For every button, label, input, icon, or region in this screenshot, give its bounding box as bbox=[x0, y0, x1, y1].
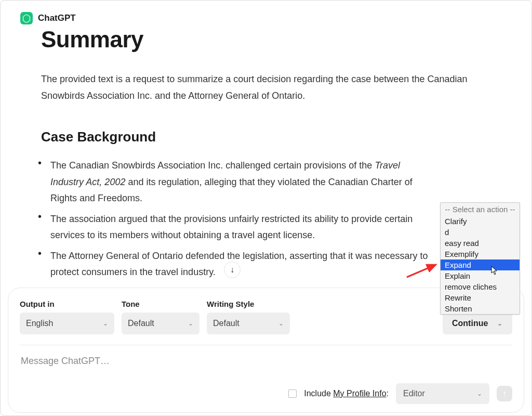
arrow-down-icon: ↓ bbox=[230, 265, 234, 275]
output-value: English bbox=[26, 319, 53, 328]
intro-text: The provided text is a request to summar… bbox=[41, 71, 491, 104]
style-select[interactable]: Default ⌄ bbox=[207, 313, 290, 334]
editor-value: Editor bbox=[403, 389, 425, 398]
chevron-down-icon: ⌄ bbox=[278, 320, 284, 327]
list-item: The Canadian Snowbirds Association Inc. … bbox=[41, 158, 436, 207]
dropdown-item-shorten[interactable]: Shorten bbox=[441, 303, 520, 314]
dropdown-item-rewrite[interactable]: Rewrite bbox=[441, 292, 520, 303]
style-label: Writing Style bbox=[207, 300, 290, 308]
dropdown-item-expand[interactable]: Expand bbox=[441, 259, 520, 270]
app-name: ChatGPT bbox=[38, 13, 76, 23]
action-dropdown[interactable]: -- Select an action -- Clarify d easy re… bbox=[440, 202, 520, 315]
scroll-down-button[interactable]: ↓ bbox=[224, 262, 241, 278]
chevron-down-icon: ⌄ bbox=[103, 320, 108, 327]
page-title: Summary bbox=[41, 27, 531, 53]
dropdown-item-explain[interactable]: Explain bbox=[441, 270, 520, 281]
dropdown-header: -- Select an action -- bbox=[441, 203, 520, 216]
chevron-down-icon: ⌄ bbox=[497, 320, 502, 327]
output-select[interactable]: English ⌄ bbox=[20, 313, 114, 334]
include-profile-checkbox[interactable] bbox=[288, 389, 297, 398]
send-button[interactable]: ↑ bbox=[497, 386, 512, 401]
tone-select[interactable]: Default ⌄ bbox=[122, 313, 200, 334]
bullet-text: The Canadian Snowbirds Association Inc. … bbox=[50, 160, 375, 171]
dropdown-item-remove-cliches[interactable]: remove cliches bbox=[441, 281, 520, 292]
chevron-down-icon: ⌄ bbox=[188, 320, 193, 327]
dropdown-item-easy-read[interactable]: easy read bbox=[441, 238, 520, 249]
dropdown-item-exemplify[interactable]: Exemplify bbox=[441, 249, 520, 259]
continue-button[interactable]: Continue ⌄ bbox=[443, 313, 512, 334]
section-heading: Case Background bbox=[41, 129, 491, 145]
tone-value: Default bbox=[128, 319, 154, 328]
message-input[interactable]: Message ChatGPT… bbox=[20, 345, 512, 367]
chatgpt-logo bbox=[20, 12, 33, 24]
output-label: Output in bbox=[20, 300, 114, 308]
style-value: Default bbox=[213, 319, 240, 328]
include-profile-label: Include My Profile Info: bbox=[304, 389, 389, 398]
chevron-down-icon: ⌄ bbox=[477, 390, 482, 397]
tone-label: Tone bbox=[122, 300, 200, 308]
continue-label: Continue bbox=[452, 319, 488, 328]
list-item: The association argued that the provisio… bbox=[41, 211, 436, 244]
dropdown-item-clarify[interactable]: Clarify bbox=[441, 216, 520, 227]
dropdown-item-d[interactable]: d bbox=[441, 227, 520, 238]
arrow-up-icon: ↑ bbox=[502, 389, 507, 398]
editor-select[interactable]: Editor ⌄ bbox=[396, 383, 489, 404]
